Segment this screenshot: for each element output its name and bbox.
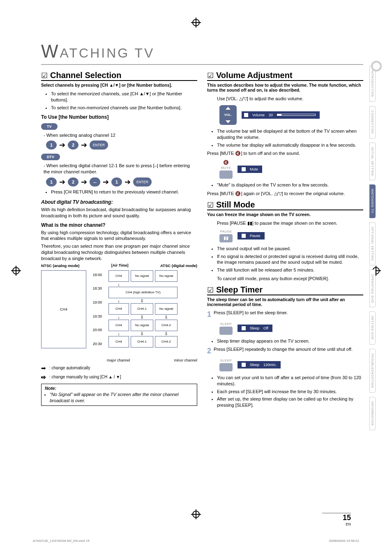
enter-button: ENTER (90, 140, 108, 150)
volume-button-icon: VOL. (219, 105, 237, 125)
minor-channel-head: What is the minor channel? (41, 222, 197, 228)
sleep-osd-icon (242, 363, 246, 367)
ch-return-note: Press [CH RETURN] to return to the previ… (51, 189, 197, 195)
num-button-1: 1 (46, 140, 57, 150)
side-tab: CONNECTION (369, 106, 376, 138)
arrow-icon: ➔ (58, 177, 67, 187)
ntsc-label: NTSC (analog mode) (41, 263, 79, 268)
arrow-icon: ➔ (79, 140, 89, 150)
sleep-osd-value: Off (263, 326, 268, 330)
sleep-osd-value: 120min. (263, 363, 277, 367)
side-tab: OPTIONAL SETTING (369, 222, 376, 265)
tv-pill: TV (41, 123, 58, 130)
sleep-osd-120: Sleep 120min. (238, 361, 281, 368)
mute-osd: Mute (238, 166, 262, 173)
legend-auto: : change automatically (49, 366, 90, 370)
bullet: If no signal is detected or protected si… (217, 253, 363, 266)
osd-volume-value: 20 (269, 113, 273, 117)
checkbox-icon: ☑ (207, 286, 214, 295)
minor-p2: Therefore, you can select more than one … (41, 243, 197, 262)
atsc-cell: No signal (155, 270, 178, 282)
digital-line: When selecting digital channel 12-1 Be s… (44, 163, 197, 175)
pause-widget: PAUSE ▮▮ Pause (219, 230, 363, 242)
sleep-button-icon: SLEEP (219, 359, 233, 371)
side-tab: TROUBLESHOOTING (369, 349, 376, 393)
dash-button: – (90, 177, 100, 187)
section-title: Sleep Timer (216, 285, 263, 295)
about-broadcasting-text: With its high definition broadcast, digi… (41, 207, 197, 219)
airtime-label: [Air Time] (111, 263, 129, 268)
right-column: ☑ Volume Adjustment This section describ… (207, 67, 363, 411)
chart-header-labels: NTSC (analog mode) [Air Time] ATSC (digi… (41, 263, 197, 268)
volume-use-line: Use [VOL. △/▽] to adjust the audio volum… (217, 96, 363, 102)
bullet: The still function will be released afte… (217, 267, 363, 273)
note-item: "No Signal" will appear on the TV screen… (50, 391, 194, 404)
atsc-cell: CH4-1 (131, 336, 153, 348)
section-channel-selection: ☑ Channel Selection (41, 71, 197, 81)
footer-left: A74GCUE_LD370SS8 M2_EN.indd 15 (33, 539, 90, 543)
atsc-cell: No signal (131, 270, 153, 282)
registration-mark (192, 511, 200, 518)
sleep-widget-1: SLEEP Sleep Off (219, 322, 363, 335)
side-tab: SETTING DVD (369, 311, 376, 344)
section-subtitle: This section describes how to adjust the… (207, 83, 363, 92)
num-button-1b: 1 (111, 177, 122, 187)
left-column: ☑ Channel Selection Select channels by p… (41, 67, 197, 411)
sleep-osd-label: Sleep (250, 326, 259, 330)
pause-osd-label: Pause (250, 234, 261, 238)
section-tabs: INTRODUCTIONCONNECTIONINITIAL SETTINGWAT… (369, 66, 376, 430)
section-sleep-timer: ☑ Sleep Timer (207, 285, 363, 295)
section-volume: ☑ Volume Adjustment (207, 71, 363, 81)
atsc-block: CH4 No signal No signal ↓ CH4 (high defi… (108, 270, 178, 357)
still-cancel: To cancel still mode, press any button e… (217, 276, 363, 282)
still-press: Press [PAUSE ▮▮] to pause the image show… (217, 220, 363, 226)
step-number-2: 2 (207, 347, 211, 355)
bullet: After set up, the sleep timer display ca… (217, 396, 363, 408)
page-title: W ATCHING TV (41, 41, 363, 62)
mute-osd-label: Mute (250, 167, 258, 171)
sleep-widget-2: SLEEP Sleep 120min. (219, 359, 363, 371)
atsc-cell: CH4 (108, 303, 129, 315)
pause-osd-icon (242, 234, 246, 238)
pause-icon: ▮▮ (219, 234, 233, 242)
about-broadcasting-head: About digital TV broadcasting: (41, 199, 197, 205)
speaker-icon (244, 113, 248, 117)
pause-button-icon: PAUSE ▮▮ (219, 230, 233, 242)
mute-press: Press [MUTE 🔇] to turn off and on the so… (207, 150, 363, 157)
atsc-hdtv-cell: CH4 (high definition TV) (108, 287, 178, 298)
step2-text: Press [SLEEP] repeatedly to change the a… (214, 347, 363, 355)
bullet: To select the non-memorized channels use… (51, 105, 197, 111)
osd-volume-label: Volume (252, 113, 265, 117)
time-label: 18:00 (88, 273, 107, 277)
title-big-letter: W (41, 41, 60, 62)
arrow-icon: ➔ (101, 177, 111, 187)
page-number: 15 EN (322, 513, 351, 526)
mute-widget: 🔇 MUTE Mute (219, 160, 363, 179)
bullet: The volume bar will be displayed at the … (217, 128, 363, 140)
arrow-icon: ➔ (123, 177, 132, 187)
num-button-2: 2 (68, 177, 78, 187)
sleep-osd-label: Sleep (250, 363, 259, 367)
atsc-cell: CH4 (108, 320, 129, 331)
time-axis: 18:0018:3019:0019:3020:0020:30 (88, 270, 107, 348)
volume-osd-bar: Volume 20 (242, 111, 320, 119)
bullet: Each press of [SLEEP] will increase the … (217, 389, 363, 395)
volume-track (277, 114, 316, 116)
minor-channel-label: minor channel (174, 358, 197, 362)
print-footer: A74GCUE_LD370SS8 M2_EN.indd 15 2008/04/0… (33, 539, 359, 543)
step-number-1: 1 (207, 310, 211, 319)
time-label: 19:00 (88, 300, 107, 304)
bullet: You can set your unit to turn off after … (217, 375, 363, 387)
section-still-mode: ☑ Still Mode (207, 200, 363, 210)
time-label: 20:30 (88, 342, 107, 346)
section-title: Still Mode (216, 200, 255, 210)
mute-recover: Press [MUTE 🔇] again or [VOL. △/▽] to re… (207, 191, 363, 197)
step1-text: Press [SLEEP] to set the sleep timer. (214, 310, 363, 319)
title-underline (41, 64, 363, 65)
minor-p1: By using high compression technology, di… (41, 230, 197, 242)
enter-button: ENTER (133, 177, 152, 187)
footer-right: 2008/04/04 15:58:21 (329, 539, 359, 543)
checkbox-icon: ☑ (41, 71, 48, 80)
side-tab: INFORMATION (369, 397, 376, 430)
number-buttons-head: To Use [the Number buttons] (41, 114, 197, 120)
